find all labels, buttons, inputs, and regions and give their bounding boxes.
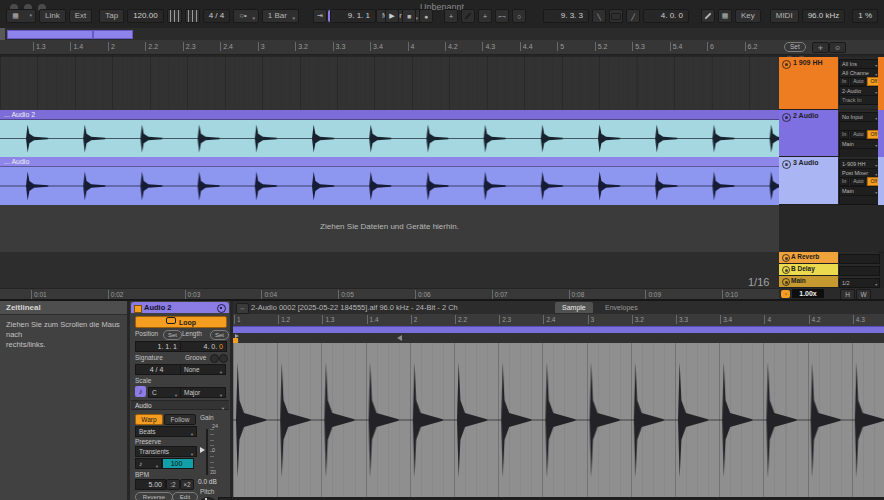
link-button[interactable]: Link [39,9,66,23]
monitor-auto-button[interactable]: Auto [850,130,866,139]
clip-position-field[interactable]: 1. 1. 1 [135,341,181,352]
reverse-button[interactable]: Reverse [135,492,173,500]
monitor-auto-button[interactable]: Auto [850,177,866,186]
audio-section-header[interactable]: Audio [131,400,229,410]
arm-button[interactable] [782,266,790,274]
return-routing-select[interactable]: 1/2 [839,278,880,288]
clip-lock-icon[interactable] [217,304,226,313]
track-lane[interactable] [0,57,779,111]
half-tempo-button[interactable]: :2 [166,479,180,490]
monitor-in-button[interactable]: In [839,77,849,86]
return-track-header[interactable]: B Delay [779,264,838,276]
track-lane[interactable]: ... Audio 2 [0,110,779,158]
clip-length-field[interactable]: 4. 0. 0 [180,341,227,352]
warp-mode-select[interactable]: Beats [135,426,197,437]
draw-mode-button[interactable] [461,9,475,23]
follow-button[interactable]: ⇥ [313,9,327,23]
play-button[interactable]: ▶ [385,9,399,23]
track-header[interactable]: 3 Audio [779,157,838,205]
record-button[interactable]: ● [419,9,433,23]
tab-envelopes[interactable]: Envelopes [598,302,645,313]
midi-map-button[interactable]: MIDI [770,9,799,23]
groove-commit-icon[interactable] [210,354,219,363]
monitor-in-button[interactable]: In [839,177,849,186]
transients-select[interactable]: Transients [135,446,197,457]
automation-arrows-button[interactable]: ✛ [812,42,829,53]
tap-tempo-button[interactable]: Tap [99,9,124,23]
track-header[interactable]: 2 Audio [779,110,838,157]
warp-button[interactable]: Warp [135,414,163,425]
metronome-icon[interactable] [167,9,182,23]
segment-bpm-field[interactable]: 5.00 [135,479,166,490]
groove-select[interactable]: None [180,364,226,375]
loop-start-field[interactable]: 9. 3. 3 [543,9,589,23]
sample-waveform[interactable] [233,343,884,497]
monitor-in-button[interactable]: In [839,130,849,139]
monitor-auto-button[interactable]: Auto [850,77,866,86]
clip-root-select[interactable]: C [148,387,181,398]
key-map-button[interactable]: Key [735,9,761,23]
clip-signature-field[interactable]: 4 / 4 [135,364,181,375]
follow-button[interactable]: Follow [164,414,196,425]
return-track-header[interactable]: Main [779,276,838,288]
tempo-clock-icon[interactable]: ◔ [781,290,790,298]
overdub-button[interactable]: + [444,9,458,23]
loop-marker-button[interactable]: ○ [512,9,526,23]
clip-scale-select[interactable]: Major [180,387,226,398]
track-header[interactable]: 1 909 HH [779,57,838,110]
fade-icon[interactable]: ╱ [626,9,640,23]
sample-beat-ruler[interactable]: 11.21.31.422.22.32.433.23.33.444.24.3 [233,314,884,326]
arrangement-position-field[interactable]: 9. 1. 1 [330,9,376,23]
warp-marker-icon[interactable] [397,335,402,341]
computer-midi-keyboard-icon[interactable]: ▦ [718,9,732,23]
set-loop-button[interactable]: Set [784,42,806,52]
clip-loop-button[interactable]: Loop [135,316,227,328]
position-set-button[interactable]: Set [163,330,182,340]
gain-value[interactable]: 0.0 dB [198,478,217,485]
transient-envelope-field[interactable]: 100 [162,458,194,469]
layout-selector-icon[interactable]: ▦ [6,9,36,23]
punch-out-icon[interactable]: ╲ [592,9,606,23]
stop-button[interactable]: ■ [402,9,416,23]
loop-length-field[interactable]: 4. 0. 0 [643,9,689,23]
arm-button[interactable] [782,254,790,262]
clip-name[interactable]: Audio 2 [144,303,172,312]
audio-clip[interactable] [0,120,779,157]
punch-in-button[interactable]: ⌐¬ [495,9,509,23]
arm-button[interactable] [782,278,790,286]
clip-scale-icon[interactable]: ♪ [135,386,146,397]
clip-title-bar[interactable]: Audio 2 [131,302,229,313]
tempo-field[interactable]: 120.00 [127,9,163,23]
groove-hotswap-icon[interactable] [219,354,228,363]
playback-speed-field[interactable]: 1.00x [792,289,824,298]
time-signature-field[interactable]: 4 / 4 [203,9,231,23]
loop-button[interactable] [609,9,623,23]
overview-handle[interactable] [0,28,5,40]
new-button[interactable]: + [478,9,492,23]
length-set-button[interactable]: Set [210,330,229,340]
track-lane[interactable]: ... Audio [0,157,779,206]
ext-button[interactable]: Ext [69,9,93,23]
draw-automation-icon[interactable] [701,9,715,23]
quantize-menu[interactable]: ○• [233,9,259,23]
edit-button[interactable]: Edit [172,492,198,500]
gain-fader[interactable] [206,429,208,475]
gain-fader-handle[interactable] [200,447,205,453]
clip-color-swatch[interactable] [134,305,142,313]
quantize-value[interactable]: 1 Bar [262,9,299,23]
double-tempo-button[interactable]: ×2 [180,479,194,490]
arm-button[interactable] [782,160,791,169]
overview-clip[interactable] [93,30,133,39]
automation-lock-icon[interactable]: ⊙ [829,42,846,53]
clip-title-bar[interactable]: ... Audio [0,157,779,167]
audio-clip[interactable] [0,167,779,205]
tab-sample[interactable]: Sample [555,302,593,313]
clip-title-bar[interactable]: ... Audio 2 [0,110,779,120]
arm-button[interactable] [782,60,791,69]
beat-time-ruler[interactable]: 1.31.422.22.32.433.23.33.444.24.34.455.2… [0,40,779,55]
transient-loop-mode-select[interactable]: ♪ [135,458,162,469]
follow-link-icon[interactable]: ↔ [236,303,249,314]
count-in-icon[interactable] [185,9,200,23]
return-track-header[interactable]: A Reverb [779,252,838,264]
overview-clip[interactable] [7,30,93,39]
